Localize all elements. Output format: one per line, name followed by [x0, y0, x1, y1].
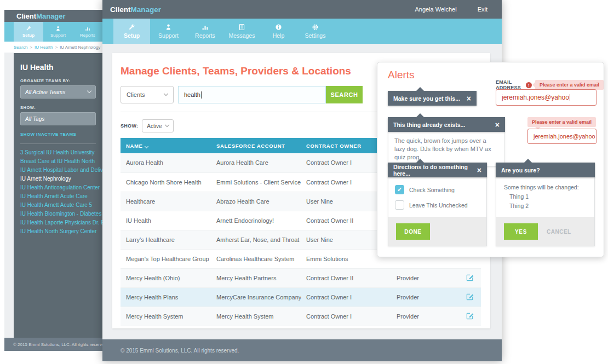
team-link[interactable]: 3 Surgical IU Health University [20, 148, 96, 157]
sort-chevron-icon [145, 144, 148, 148]
breadcrumb-link-iu-health[interactable]: IU Health [35, 45, 53, 50]
close-icon[interactable]: × [495, 121, 500, 129]
cell-account: Arnett Endocrinology! [211, 211, 301, 230]
search-category-value: Clients [127, 91, 145, 98]
cell-actions [461, 268, 481, 287]
cell-account: Mercy Health Partners [211, 268, 301, 287]
main-nav-bar: SetupSupportReportsMessagesHelpSettings [102, 19, 502, 44]
yes-button[interactable]: YES [504, 223, 538, 240]
cell-name: Megan's Top Healthcare Group [121, 249, 211, 268]
tab-settings[interactable]: Settings [297, 19, 334, 44]
cell-owner: Contract Owner I [301, 307, 391, 326]
wrench-icon [128, 24, 135, 31]
cell-owner: Contract Owner II [301, 268, 391, 287]
team-link-selected[interactable]: IU Arnett Nephrology [20, 175, 96, 183]
edit-icon[interactable] [466, 292, 474, 301]
change-item: Thing 2 [509, 203, 587, 209]
table-row[interactable]: Mercy Health PlansMercyCare Insurance Co… [121, 287, 481, 307]
checkbox-unchecked-label: Leave This Unchecked [409, 202, 468, 209]
team-link[interactable]: IU Health Arnett Acute Care [20, 192, 96, 201]
back-nav-bar: SetupSupportReports [4, 22, 102, 42]
chevron-down-icon [164, 91, 168, 96]
error-icon: ! [526, 82, 532, 88]
wrench-icon [26, 26, 31, 31]
team-link[interactable]: IU Health Arnett Acute Care 5 [20, 201, 96, 210]
search-category-select[interactable]: Clients [121, 86, 174, 103]
close-icon[interactable]: × [467, 95, 471, 102]
brand-manager: Manager [131, 5, 162, 14]
cell-actions [461, 307, 481, 326]
checkbox-checked-icon[interactable]: ✓ [395, 185, 404, 194]
tab-reports[interactable]: Reports [73, 22, 102, 42]
main-footer: © 2015 Emmi Solutions, LLC. All rights r… [102, 339, 502, 361]
background-window: ClientManager SetupSupportReports Search… [4, 10, 102, 351]
column-header-name[interactable]: NAME [121, 138, 211, 153]
email-input-2[interactable]: jeremiah.jones@yahoo [527, 129, 596, 144]
status-filter-select[interactable]: Active [142, 119, 174, 132]
tab-label: Support [50, 33, 66, 38]
tab-messages[interactable]: Messages [223, 19, 260, 44]
show-inactive-teams-link[interactable]: SHOW INACTIVE TEAMS [20, 132, 96, 137]
text-caret [570, 94, 570, 101]
close-icon[interactable]: × [477, 166, 481, 174]
brand-client: Client [16, 12, 36, 20]
tab-setup[interactable]: Setup [113, 19, 150, 44]
done-button[interactable]: DONE [396, 223, 430, 240]
organize-teams-value: All Active Teams [25, 89, 65, 95]
search-query: health [184, 91, 200, 98]
email-value-2: jeremiah.jones@yahoo [534, 133, 595, 140]
edit-icon[interactable] [466, 273, 474, 281]
cell-type: Provider [391, 307, 461, 326]
email-label-row: EMAIL ADDRESS ! Please enter a valid ema… [496, 79, 604, 90]
tab-reports[interactable]: Reports [187, 19, 223, 44]
search-button[interactable]: SEARCH [326, 86, 363, 103]
team-link[interactable]: IU Arnett Hospital Labor and Delivery [20, 166, 96, 175]
toast-already-exists-title: This thing already exists... [393, 122, 465, 128]
sidebar-title: IU Health [20, 63, 96, 72]
team-link[interactable]: IU Health Laporte Physicians Dr. Ellis [20, 218, 96, 227]
app-logo: ClientManager [16, 12, 66, 20]
checkbox-unchecked-icon[interactable] [395, 200, 404, 210]
team-link[interactable]: IU Health Anticoagulation Center [20, 183, 96, 192]
tab-label: Setup [124, 32, 140, 39]
organize-teams-select[interactable]: All Active Teams [20, 85, 96, 99]
chevron-down-icon [87, 89, 91, 93]
tags-filter-input[interactable]: All Tags [20, 112, 96, 125]
team-link[interactable]: IU Health North Surgery Center [20, 227, 96, 236]
tab-support[interactable]: Support [43, 22, 73, 42]
toast-notice-title: Make sure you get this... [393, 95, 460, 102]
info-icon [275, 24, 282, 31]
table-row[interactable]: Mercy Health (Ohio)Mercy Health Partners… [121, 268, 481, 287]
exit-link[interactable]: Exit [478, 6, 487, 13]
toast-confirm: Are you sure? Some things will be change… [496, 163, 595, 246]
tab-label: Messages [229, 32, 255, 39]
cancel-button[interactable]: CANCEL [547, 229, 571, 235]
toast-confirm-body: Some things will be changed: Thing 1Thin… [496, 177, 594, 217]
change-list: Thing 1Thing 2 [504, 193, 587, 209]
edit-icon[interactable] [466, 311, 474, 320]
breadcrumb-link-search[interactable]: Search [14, 45, 27, 50]
document-icon [238, 24, 245, 31]
breadcrumb-separator: > [55, 45, 58, 50]
toast-confirm-footer: YES CANCEL [496, 217, 594, 246]
search-input[interactable]: health [178, 86, 326, 103]
back-page-background: IU Health ORGANIZE TEAMS BY: All Active … [4, 53, 102, 338]
email-input[interactable]: jeremiah.jones@yahoo [496, 89, 596, 106]
cell-name: Mercy Health (Ohio) [121, 268, 211, 287]
table-row[interactable]: Mercy Health SystemMercy Health SystemCo… [121, 307, 481, 326]
toast-confirm-title: Are you sure? [501, 167, 540, 174]
tab-support[interactable]: Support [150, 19, 187, 44]
checkbox-row-checked[interactable]: ✓ Check Something [395, 185, 480, 194]
toast-confirm-header: Are you sure? [496, 163, 595, 177]
toast-already-exists-header: This thing already exists... × [388, 117, 505, 132]
team-link[interactable]: IU Health Bloomington - Diabetes [20, 210, 96, 218]
column-header-salesforce-account[interactable]: SALESFORCE ACCOUNT [211, 138, 301, 153]
cell-account: MercyCare Insurance Company [211, 287, 301, 307]
toast-already-exists: This thing already exists... × The quick… [388, 117, 505, 167]
checkbox-row-unchecked[interactable]: Leave This Unchecked [395, 200, 480, 210]
tab-setup[interactable]: Setup [14, 22, 43, 42]
cell-account: Amherst Ear, Nose, and Throat [211, 230, 301, 249]
teams-sidebar: IU Health ORGANIZE TEAMS BY: All Active … [14, 53, 102, 338]
team-link[interactable]: Breast Care at IU Health North [20, 157, 96, 166]
tab-help[interactable]: Help [260, 19, 297, 44]
